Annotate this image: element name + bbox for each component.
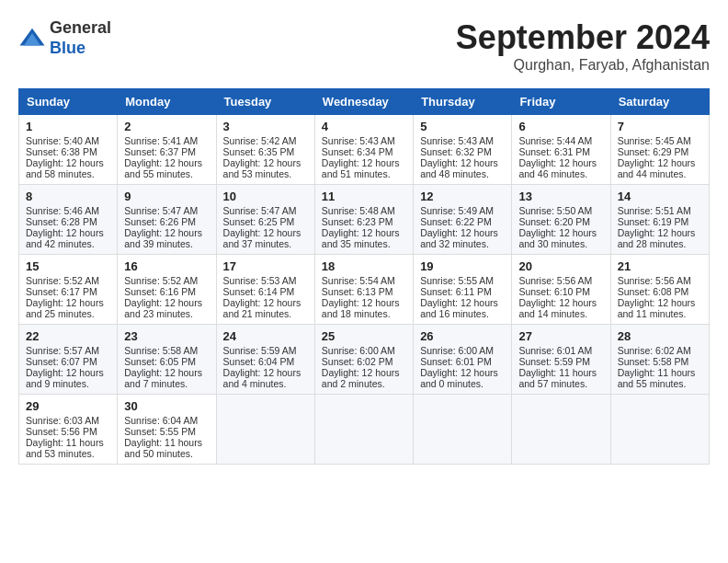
day-number: 21 [618,259,702,273]
calendar-cell: 10Sunrise: 5:47 AMSunset: 6:25 PMDayligh… [216,185,314,255]
calendar-cell: 14Sunrise: 5:51 AMSunset: 6:19 PMDayligh… [610,185,709,255]
cell-info: Sunrise: 5:47 AMSunset: 6:26 PMDaylight:… [124,205,209,249]
calendar-cell: 4Sunrise: 5:43 AMSunset: 6:34 PMDaylight… [314,115,413,185]
cell-info: Sunrise: 5:49 AMSunset: 6:22 PMDaylight:… [420,205,505,249]
day-number: 20 [518,259,603,273]
day-number: 8 [26,190,110,203]
calendar-week-row: 1Sunrise: 5:40 AMSunset: 6:38 PMDaylight… [19,115,710,185]
day-number: 10 [223,190,308,203]
calendar-week-row: 15Sunrise: 5:52 AMSunset: 6:17 PMDayligh… [19,255,710,325]
calendar-cell: 16Sunrise: 5:52 AMSunset: 6:16 PMDayligh… [118,255,216,325]
month-title: September 2024 [456,18,710,57]
calendar-cell [216,395,314,465]
logo-text: General Blue [50,18,111,58]
weekday-header: Thursday [414,89,512,115]
day-number: 15 [26,259,110,273]
day-number: 5 [420,120,505,133]
calendar-cell: 30Sunrise: 6:04 AMSunset: 5:55 PMDayligh… [118,395,216,465]
cell-info: Sunrise: 5:52 AMSunset: 6:17 PMDaylight:… [26,275,110,319]
page-header: General Blue September 2024 Qurghan, Far… [18,18,710,74]
calendar-cell: 9Sunrise: 5:47 AMSunset: 6:26 PMDaylight… [118,185,216,255]
day-number: 3 [223,120,308,133]
cell-info: Sunrise: 5:44 AMSunset: 6:31 PMDaylight:… [518,135,603,179]
weekday-header-row: SundayMondayTuesdayWednesdayThursdayFrid… [19,89,710,115]
day-number: 6 [518,120,603,133]
day-number: 12 [420,190,505,203]
cell-info: Sunrise: 5:41 AMSunset: 6:37 PMDaylight:… [124,135,209,179]
cell-info: Sunrise: 5:43 AMSunset: 6:32 PMDaylight:… [420,135,505,179]
day-number: 16 [124,259,209,273]
calendar-cell: 12Sunrise: 5:49 AMSunset: 6:22 PMDayligh… [414,185,512,255]
weekday-header: Wednesday [314,89,413,115]
cell-info: Sunrise: 6:01 AMSunset: 5:59 PMDaylight:… [518,345,603,389]
calendar-cell [414,395,512,465]
calendar-cell: 3Sunrise: 5:42 AMSunset: 6:35 PMDaylight… [216,115,314,185]
calendar-cell: 21Sunrise: 5:56 AMSunset: 6:08 PMDayligh… [610,255,709,325]
calendar-cell [512,395,610,465]
title-block: September 2024 Qurghan, Faryab, Afghanis… [456,18,710,74]
cell-info: Sunrise: 6:02 AMSunset: 5:58 PMDaylight:… [618,345,702,389]
calendar-cell: 18Sunrise: 5:54 AMSunset: 6:13 PMDayligh… [314,255,413,325]
calendar-cell: 26Sunrise: 6:00 AMSunset: 6:01 PMDayligh… [414,325,512,395]
day-number: 25 [322,329,406,343]
day-number: 7 [618,120,702,133]
calendar-cell: 23Sunrise: 5:58 AMSunset: 6:05 PMDayligh… [118,325,216,395]
cell-info: Sunrise: 5:40 AMSunset: 6:38 PMDaylight:… [26,135,110,179]
cell-info: Sunrise: 5:57 AMSunset: 6:07 PMDaylight:… [26,345,110,389]
weekday-header: Monday [118,89,216,115]
day-number: 4 [322,120,406,133]
day-number: 30 [124,399,209,413]
calendar-cell: 29Sunrise: 6:03 AMSunset: 5:56 PMDayligh… [19,395,118,465]
calendar-cell: 7Sunrise: 5:45 AMSunset: 6:29 PMDaylight… [610,115,709,185]
calendar-week-row: 8Sunrise: 5:46 AMSunset: 6:28 PMDaylight… [19,185,710,255]
calendar-cell [610,395,709,465]
cell-info: Sunrise: 5:47 AMSunset: 6:25 PMDaylight:… [223,205,308,249]
calendar-cell: 8Sunrise: 5:46 AMSunset: 6:28 PMDaylight… [19,185,118,255]
calendar-cell: 13Sunrise: 5:50 AMSunset: 6:20 PMDayligh… [512,185,610,255]
logo: General Blue [18,18,111,58]
day-number: 28 [618,329,702,343]
cell-info: Sunrise: 5:43 AMSunset: 6:34 PMDaylight:… [322,135,406,179]
cell-info: Sunrise: 5:42 AMSunset: 6:35 PMDaylight:… [223,135,308,179]
day-number: 18 [322,259,406,273]
calendar-cell: 25Sunrise: 6:00 AMSunset: 6:02 PMDayligh… [314,325,413,395]
calendar-cell [314,395,413,465]
day-number: 14 [618,190,702,203]
calendar-cell: 15Sunrise: 5:52 AMSunset: 6:17 PMDayligh… [19,255,118,325]
cell-info: Sunrise: 5:48 AMSunset: 6:23 PMDaylight:… [322,205,406,249]
day-number: 9 [124,190,209,203]
cell-info: Sunrise: 5:53 AMSunset: 6:14 PMDaylight:… [223,275,308,319]
cell-info: Sunrise: 5:51 AMSunset: 6:19 PMDaylight:… [618,205,702,249]
cell-info: Sunrise: 5:54 AMSunset: 6:13 PMDaylight:… [322,275,406,319]
day-number: 2 [124,120,209,133]
calendar-week-row: 29Sunrise: 6:03 AMSunset: 5:56 PMDayligh… [19,395,710,465]
day-number: 17 [223,259,308,273]
day-number: 19 [420,259,505,273]
cell-info: Sunrise: 5:52 AMSunset: 6:16 PMDaylight:… [124,275,209,319]
cell-info: Sunrise: 5:56 AMSunset: 6:10 PMDaylight:… [518,275,603,319]
cell-info: Sunrise: 5:59 AMSunset: 6:04 PMDaylight:… [223,345,308,389]
cell-info: Sunrise: 5:55 AMSunset: 6:11 PMDaylight:… [420,275,505,319]
calendar-cell: 22Sunrise: 5:57 AMSunset: 6:07 PMDayligh… [19,325,118,395]
weekday-header: Saturday [610,89,709,115]
calendar-cell: 17Sunrise: 5:53 AMSunset: 6:14 PMDayligh… [216,255,314,325]
cell-info: Sunrise: 5:56 AMSunset: 6:08 PMDaylight:… [618,275,702,319]
calendar-cell: 11Sunrise: 5:48 AMSunset: 6:23 PMDayligh… [314,185,413,255]
cell-info: Sunrise: 5:45 AMSunset: 6:29 PMDaylight:… [618,135,702,179]
calendar-cell: 19Sunrise: 5:55 AMSunset: 6:11 PMDayligh… [414,255,512,325]
cell-info: Sunrise: 6:04 AMSunset: 5:55 PMDaylight:… [124,415,209,459]
day-number: 27 [518,329,603,343]
weekday-header: Tuesday [216,89,314,115]
calendar-cell: 24Sunrise: 5:59 AMSunset: 6:04 PMDayligh… [216,325,314,395]
cell-info: Sunrise: 6:00 AMSunset: 6:02 PMDaylight:… [322,345,406,389]
day-number: 13 [518,190,603,203]
calendar-cell: 2Sunrise: 5:41 AMSunset: 6:37 PMDaylight… [118,115,216,185]
day-number: 26 [420,329,505,343]
location: Qurghan, Faryab, Afghanistan [456,57,710,74]
cell-info: Sunrise: 6:03 AMSunset: 5:56 PMDaylight:… [26,415,110,459]
weekday-header: Friday [512,89,610,115]
calendar-table: SundayMondayTuesdayWednesdayThursdayFrid… [18,88,710,465]
logo-icon [18,25,46,52]
calendar-cell: 6Sunrise: 5:44 AMSunset: 6:31 PMDaylight… [512,115,610,185]
calendar-week-row: 22Sunrise: 5:57 AMSunset: 6:07 PMDayligh… [19,325,710,395]
